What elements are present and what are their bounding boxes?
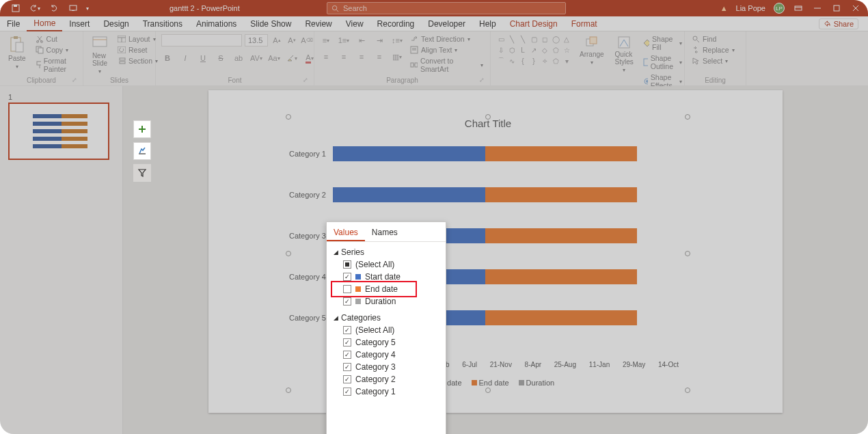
redo-icon[interactable] xyxy=(48,2,60,14)
filter-series-enddate[interactable]: End date xyxy=(334,283,439,295)
svg-rect-19 xyxy=(37,62,41,65)
filter-series-startdate[interactable]: Start date xyxy=(334,271,439,283)
thumb-number: 1 xyxy=(8,93,114,101)
qat-more-icon[interactable]: ▾ xyxy=(86,5,89,12)
user-name[interactable]: Lia Pope xyxy=(736,4,765,12)
filter-series-header[interactable]: ◢Series xyxy=(334,247,439,257)
svg-point-41 xyxy=(646,80,648,83)
shapes-gallery[interactable]: ▭╲╲▢◻◯△ ⇩⬡L↗◇⬠☆ ⌒∿{}✧⬠▾ xyxy=(496,34,571,66)
text-direction-button[interactable]: Text Direction ▾ xyxy=(409,34,485,44)
shadow-icon[interactable]: ab xyxy=(232,52,245,64)
replace-button[interactable]: Replace ▾ xyxy=(690,45,736,55)
align-left-icon[interactable]: ≡ xyxy=(320,51,332,63)
strike-icon[interactable]: S xyxy=(215,52,227,64)
chart-filter-button[interactable] xyxy=(133,164,151,182)
maximize-icon[interactable] xyxy=(831,5,842,12)
highlight-icon[interactable]: ▾ xyxy=(286,52,298,64)
svg-rect-46 xyxy=(139,153,146,154)
alert-icon[interactable]: ▲ xyxy=(720,4,728,12)
tab-transitions[interactable]: Transitions xyxy=(136,16,189,31)
layout-button[interactable]: Layout ▾ xyxy=(116,34,159,44)
filter-series-selectall[interactable]: (Select All) xyxy=(334,258,439,271)
quick-styles-button[interactable]: Quick Styles▾ xyxy=(612,34,636,74)
filter-series-duration[interactable]: Duration xyxy=(334,295,439,308)
shape-fill-button[interactable]: Shape Fill ▾ xyxy=(642,34,683,52)
tab-home[interactable]: Home xyxy=(27,16,62,31)
bullets-icon[interactable]: ≡▾ xyxy=(320,34,332,46)
slide-thumb-1[interactable] xyxy=(8,103,109,160)
svg-line-29 xyxy=(290,55,293,58)
section-button[interactable]: Section ▾ xyxy=(116,56,159,66)
line-spacing-icon[interactable]: ↕≡▾ xyxy=(391,34,403,46)
filter-cat-5[interactable]: Category 5 xyxy=(334,336,439,349)
tab-slideshow[interactable]: Slide Show xyxy=(243,16,298,31)
filter-tab-names[interactable]: Names xyxy=(365,225,405,241)
slide-canvas[interactable]: Chart Title Category 1 Category 2 Catego… xyxy=(123,86,868,434)
arrange-button[interactable]: Arrange▾ xyxy=(577,34,607,67)
ribbon-options-icon[interactable] xyxy=(793,4,804,12)
indent-left-icon[interactable]: ⇤ xyxy=(355,34,368,46)
underline-icon[interactable]: U xyxy=(197,52,209,64)
tab-recording[interactable]: Recording xyxy=(370,16,422,31)
find-button[interactable]: Find xyxy=(690,34,736,44)
filter-cat-1[interactable]: Category 1 xyxy=(334,385,439,398)
change-case-icon[interactable]: Aa▾ xyxy=(268,52,280,64)
reset-button[interactable]: Reset xyxy=(116,45,159,55)
convert-smartart-button[interactable]: Convert to SmartArt ▾ xyxy=(409,56,485,74)
tab-help[interactable]: Help xyxy=(472,16,503,31)
bold-icon[interactable]: B xyxy=(161,52,174,64)
avatar[interactable]: LP xyxy=(774,3,785,14)
char-spacing-icon[interactable]: AV▾ xyxy=(250,52,262,64)
tab-animations[interactable]: Animations xyxy=(189,16,243,31)
align-right-icon[interactable]: ≡ xyxy=(355,51,368,63)
tab-insert[interactable]: Insert xyxy=(62,16,96,31)
svg-rect-14 xyxy=(16,42,23,52)
select-button[interactable]: Select ▾ xyxy=(690,56,736,66)
chart-styles-button[interactable] xyxy=(133,142,151,160)
tab-design[interactable]: Design xyxy=(96,16,135,31)
save-icon[interactable] xyxy=(10,2,22,14)
tab-review[interactable]: Review xyxy=(298,16,338,31)
italic-icon[interactable]: I xyxy=(179,52,191,64)
increase-font-icon[interactable]: A▴ xyxy=(271,34,283,46)
filter-cat-selectall[interactable]: (Select All) xyxy=(334,324,439,336)
filter-tab-values[interactable]: Values xyxy=(327,225,365,241)
font-name-input[interactable] xyxy=(161,34,242,46)
minimize-icon[interactable] xyxy=(812,5,823,12)
tab-format[interactable]: Format xyxy=(565,16,604,31)
undo-icon[interactable]: ▾ xyxy=(29,2,41,14)
align-text-button[interactable]: Align Text ▾ xyxy=(409,45,485,55)
align-center-icon[interactable]: ≡ xyxy=(338,51,350,63)
tab-developer[interactable]: Developer xyxy=(421,16,472,31)
svg-rect-21 xyxy=(93,37,107,46)
svg-rect-13 xyxy=(14,36,18,39)
new-slide-button[interactable]: New Slide ▾ xyxy=(89,34,111,76)
columns-icon[interactable]: ▥▾ xyxy=(391,51,403,63)
svg-rect-9 xyxy=(834,5,839,11)
tab-file[interactable]: File xyxy=(0,16,27,31)
font-size-input[interactable]: 13.5 xyxy=(245,34,268,46)
svg-line-5 xyxy=(336,10,338,12)
share-button[interactable]: Share xyxy=(819,18,858,29)
paste-button[interactable]: Paste ▾ xyxy=(5,34,29,71)
clear-formatting-icon[interactable]: A⌫ xyxy=(301,34,313,46)
tab-view[interactable]: View xyxy=(339,16,370,31)
decrease-font-icon[interactable]: A▾ xyxy=(286,34,298,46)
slide-thumbnails[interactable]: 1 xyxy=(0,86,123,434)
search-input[interactable]: Search xyxy=(327,2,566,14)
start-from-beginning-icon[interactable] xyxy=(67,2,79,14)
filter-cat-4[interactable]: Category 4 xyxy=(334,349,439,361)
justify-icon[interactable]: ≡ xyxy=(373,51,385,63)
cut-button[interactable]: Cut xyxy=(34,34,77,44)
filter-categories-header[interactable]: ◢Categories xyxy=(334,313,439,323)
copy-button[interactable]: Copy ▾ xyxy=(34,45,77,55)
tab-chart-design[interactable]: Chart Design xyxy=(503,16,565,31)
indent-right-icon[interactable]: ⇥ xyxy=(373,34,385,46)
filter-cat-3[interactable]: Category 3 xyxy=(334,361,439,373)
close-icon[interactable] xyxy=(850,5,861,12)
format-painter-button[interactable]: Format Painter xyxy=(34,56,77,74)
filter-cat-2[interactable]: Category 2 xyxy=(334,373,439,385)
chart-elements-button[interactable] xyxy=(133,120,151,138)
shape-outline-button[interactable]: Shape Outline ▾ xyxy=(642,53,683,71)
numbering-icon[interactable]: 1≡▾ xyxy=(338,34,350,46)
